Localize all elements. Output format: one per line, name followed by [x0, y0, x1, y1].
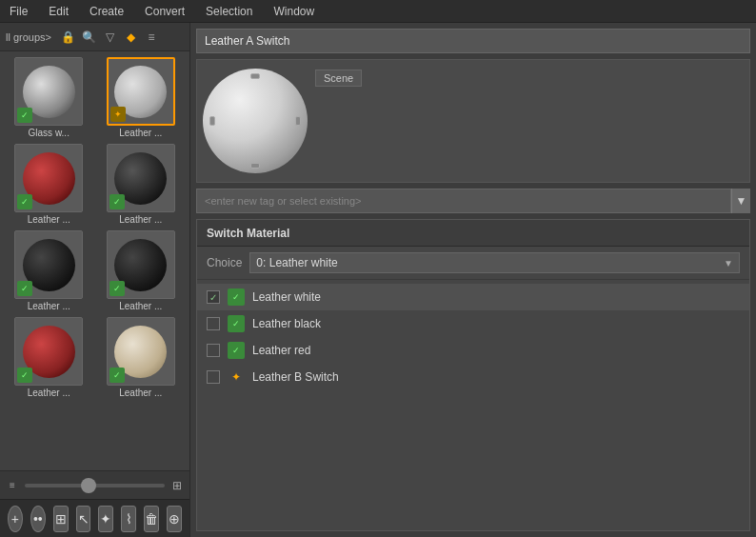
left-toolbar: ll groups> 🔒 🔍 ▽ ◆ ≡	[0, 23, 189, 51]
cursor-button[interactable]: ↖	[76, 506, 91, 532]
mat-row-label: Leather white	[252, 290, 321, 304]
choice-row: Choice 0: Leather white ▼	[197, 247, 749, 280]
mat-type-icon: ✓	[228, 288, 245, 306]
tag-input-row: <enter new tag or select existing> ▼	[196, 189, 750, 213]
nodes-button[interactable]: ⊕	[167, 506, 182, 532]
list-item[interactable]: ✓ Leather ...	[4, 142, 94, 227]
menu-convert[interactable]: Convert	[141, 3, 189, 20]
tag-placeholder: <enter new tag or select existing>	[205, 195, 361, 207]
search-icon[interactable]: 🔍	[80, 29, 97, 46]
material-grid: ✓ Glass w... ✦ Leather ... ✓ Leather ...	[0, 51, 189, 470]
clasp-bottom	[250, 163, 260, 169]
mat-row-label: Leather red	[252, 344, 310, 357]
mat-type-icon: ✓	[228, 315, 245, 332]
badge-green: ✓	[17, 281, 32, 296]
mat-label: Leather ...	[103, 301, 179, 311]
mat-thumbnail: ✓	[14, 230, 83, 299]
list-item[interactable]: ✓ Leather ...	[4, 229, 94, 313]
right-panel: Leather A Switch Scene <enter new tag or…	[190, 23, 756, 537]
menu-window[interactable]: Window	[269, 3, 318, 20]
badge-green: ✓	[17, 108, 32, 123]
tag-dropdown-button[interactable]: ▼	[731, 189, 750, 213]
preview-area: Scene	[196, 59, 750, 183]
menu-file[interactable]: File	[6, 3, 31, 20]
folder-icon[interactable]: ◆	[122, 29, 139, 46]
mat-thumbnail: ✓	[14, 57, 83, 126]
list-item[interactable]: ✦ Leather B Switch	[197, 364, 749, 390]
mat-thumbnail: ✦	[107, 57, 175, 126]
material-name: Leather A Switch	[205, 34, 289, 48]
badge-green: ✓	[109, 194, 125, 209]
add-button[interactable]: +	[8, 506, 23, 532]
tag-input[interactable]: <enter new tag or select existing>	[196, 189, 731, 213]
paint-button[interactable]: ✦	[98, 506, 113, 532]
badge-orange: ✦	[110, 107, 126, 122]
checkbox[interactable]	[207, 344, 220, 357]
mat-label: Leather ...	[10, 214, 87, 225]
list-item[interactable]: ✓ Leather red	[197, 337, 749, 364]
mat-row-label: Leather B Switch	[252, 370, 339, 384]
clasp-right	[295, 116, 301, 126]
main-layout: ll groups> 🔒 🔍 ▽ ◆ ≡ ✓ Glass w... ✦	[0, 23, 756, 537]
badge-green: ✓	[17, 194, 32, 209]
mat-row-label: Leather black	[252, 317, 321, 330]
left-panel: ll groups> 🔒 🔍 ▽ ◆ ≡ ✓ Glass w... ✦	[0, 23, 190, 537]
menu-selection[interactable]: Selection	[202, 3, 256, 20]
mat-thumbnail: ✓	[107, 144, 175, 212]
mat-label: Leather ...	[103, 214, 179, 225]
grid-button[interactable]: ⊞	[53, 506, 69, 532]
switch-panel-header: Switch Material	[197, 220, 749, 247]
mat-label: Leather ...	[10, 388, 87, 398]
list-icon[interactable]: ≡	[143, 29, 160, 46]
checkbox[interactable]	[207, 370, 220, 384]
filter-icon[interactable]: ▽	[101, 29, 118, 46]
badge-green: ✓	[17, 368, 32, 383]
scene-tag[interactable]: Scene	[315, 70, 362, 87]
switch-panel-title: Switch Material	[207, 227, 289, 240]
material-switch-list: ✓ ✓ Leather white ✓ Leather black ✓ Leat…	[197, 280, 749, 530]
choice-select[interactable]: 0: Leather white ▼	[249, 252, 740, 273]
dots-button[interactable]: ••	[30, 506, 46, 532]
list-item[interactable]: ✦ Leather ...	[96, 55, 187, 140]
choice-dropdown-arrow: ▼	[724, 258, 733, 268]
check-mark: ✓	[209, 292, 217, 303]
menu-create[interactable]: Create	[86, 3, 128, 20]
mat-type-icon: ✓	[228, 342, 245, 359]
choice-label: Choice	[207, 256, 242, 269]
mat-type-icon: ✦	[228, 368, 245, 386]
choice-value: 0: Leather white	[256, 256, 337, 269]
list-item[interactable]: ✓ ✓ Leather white	[197, 284, 749, 310]
delete-button[interactable]: 🗑	[144, 506, 159, 532]
brush-button[interactable]: ⌇	[121, 506, 136, 532]
clasp-left	[209, 116, 215, 126]
checkbox[interactable]: ✓	[207, 290, 220, 304]
list-item[interactable]: ✓ Leather ...	[96, 315, 187, 400]
mat-thumbnail: ✓	[107, 230, 175, 299]
list-item[interactable]: ✓ Leather ...	[4, 315, 94, 400]
size-slider-track[interactable]	[25, 484, 165, 487]
clasp-top	[250, 73, 260, 79]
mat-label: Leather ...	[103, 128, 179, 138]
groups-label: ll groups>	[6, 31, 51, 43]
grid-view-icon[interactable]: ⊞	[169, 477, 186, 494]
list-item[interactable]: ✓ Glass w...	[4, 55, 94, 140]
material-name-bar: Leather A Switch	[196, 29, 750, 53]
mat-thumbnail: ✓	[14, 144, 83, 212]
lines-icon[interactable]: ≡	[4, 477, 21, 494]
checkbox[interactable]	[207, 317, 220, 330]
list-item[interactable]: ✓ Leather black	[197, 310, 749, 337]
list-item[interactable]: ✓ Leather ...	[96, 229, 187, 313]
mat-thumbnail: ✓	[107, 317, 175, 386]
large-sphere-preview	[203, 69, 308, 173]
list-item[interactable]: ✓ Leather ...	[96, 142, 187, 227]
mat-label: Leather ...	[10, 301, 87, 311]
badge-green: ✓	[109, 368, 125, 383]
switch-material-panel: Switch Material Choice 0: Leather white …	[196, 219, 750, 531]
mat-label: Glass w...	[10, 128, 87, 138]
mat-thumbnail: ✓	[14, 317, 83, 386]
bottom-toolbar: + •• ⊞ ↖ ✦ ⌇ 🗑 ⊕	[0, 499, 189, 537]
badge-green: ✓	[109, 281, 125, 296]
size-slider-thumb[interactable]	[81, 478, 96, 493]
lock-icon[interactable]: 🔒	[59, 29, 76, 46]
menu-edit[interactable]: Edit	[45, 3, 72, 20]
